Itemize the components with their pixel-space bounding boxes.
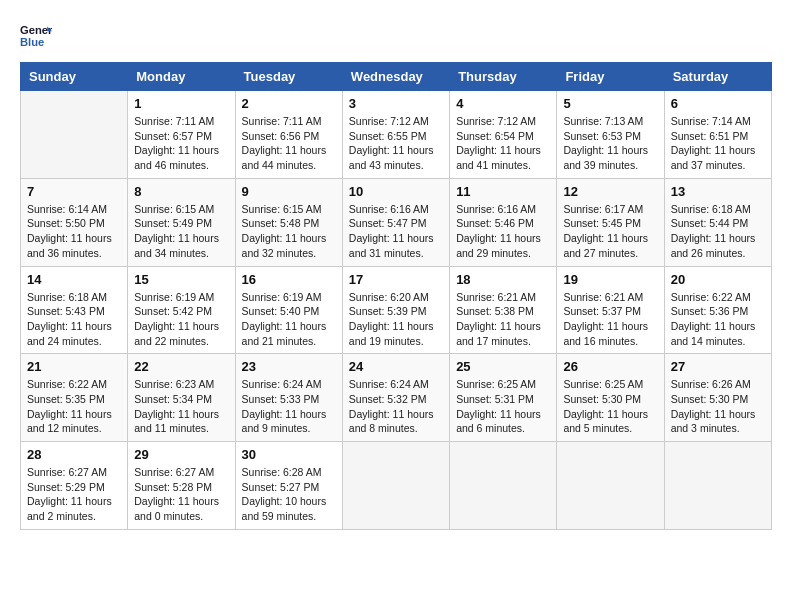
- day-info: Sunrise: 7:11 AM Sunset: 6:56 PM Dayligh…: [242, 114, 336, 173]
- day-info: Sunrise: 6:22 AM Sunset: 5:35 PM Dayligh…: [27, 377, 121, 436]
- calendar-cell: 27Sunrise: 6:26 AM Sunset: 5:30 PM Dayli…: [664, 354, 771, 442]
- calendar-cell: [21, 91, 128, 179]
- day-info: Sunrise: 6:26 AM Sunset: 5:30 PM Dayligh…: [671, 377, 765, 436]
- calendar-cell: 8Sunrise: 6:15 AM Sunset: 5:49 PM Daylig…: [128, 178, 235, 266]
- day-number: 24: [349, 359, 443, 374]
- day-info: Sunrise: 7:12 AM Sunset: 6:55 PM Dayligh…: [349, 114, 443, 173]
- day-info: Sunrise: 6:24 AM Sunset: 5:33 PM Dayligh…: [242, 377, 336, 436]
- calendar-cell: 5Sunrise: 7:13 AM Sunset: 6:53 PM Daylig…: [557, 91, 664, 179]
- calendar-cell: 19Sunrise: 6:21 AM Sunset: 5:37 PM Dayli…: [557, 266, 664, 354]
- day-number: 14: [27, 272, 121, 287]
- day-info: Sunrise: 6:28 AM Sunset: 5:27 PM Dayligh…: [242, 465, 336, 524]
- calendar-body: 1Sunrise: 7:11 AM Sunset: 6:57 PM Daylig…: [21, 91, 772, 530]
- calendar-cell: 17Sunrise: 6:20 AM Sunset: 5:39 PM Dayli…: [342, 266, 449, 354]
- day-info: Sunrise: 6:27 AM Sunset: 5:28 PM Dayligh…: [134, 465, 228, 524]
- day-info: Sunrise: 7:13 AM Sunset: 6:53 PM Dayligh…: [563, 114, 657, 173]
- day-of-week-header: Wednesday: [342, 63, 449, 91]
- calendar-cell: 1Sunrise: 7:11 AM Sunset: 6:57 PM Daylig…: [128, 91, 235, 179]
- day-of-week-header: Saturday: [664, 63, 771, 91]
- day-info: Sunrise: 6:19 AM Sunset: 5:42 PM Dayligh…: [134, 290, 228, 349]
- calendar-week-row: 28Sunrise: 6:27 AM Sunset: 5:29 PM Dayli…: [21, 442, 772, 530]
- day-number: 9: [242, 184, 336, 199]
- logo: General Blue: [20, 20, 56, 52]
- day-number: 22: [134, 359, 228, 374]
- day-info: Sunrise: 6:25 AM Sunset: 5:31 PM Dayligh…: [456, 377, 550, 436]
- day-of-week-header: Thursday: [450, 63, 557, 91]
- day-number: 18: [456, 272, 550, 287]
- day-number: 25: [456, 359, 550, 374]
- day-number: 29: [134, 447, 228, 462]
- day-number: 20: [671, 272, 765, 287]
- calendar-cell: [450, 442, 557, 530]
- day-number: 30: [242, 447, 336, 462]
- day-number: 26: [563, 359, 657, 374]
- day-of-week-header: Tuesday: [235, 63, 342, 91]
- day-info: Sunrise: 6:27 AM Sunset: 5:29 PM Dayligh…: [27, 465, 121, 524]
- calendar-cell: 29Sunrise: 6:27 AM Sunset: 5:28 PM Dayli…: [128, 442, 235, 530]
- day-number: 23: [242, 359, 336, 374]
- svg-text:Blue: Blue: [20, 36, 44, 48]
- day-info: Sunrise: 6:25 AM Sunset: 5:30 PM Dayligh…: [563, 377, 657, 436]
- day-info: Sunrise: 6:14 AM Sunset: 5:50 PM Dayligh…: [27, 202, 121, 261]
- day-number: 16: [242, 272, 336, 287]
- day-number: 3: [349, 96, 443, 111]
- calendar-cell: 7Sunrise: 6:14 AM Sunset: 5:50 PM Daylig…: [21, 178, 128, 266]
- day-number: 17: [349, 272, 443, 287]
- calendar-cell: 23Sunrise: 6:24 AM Sunset: 5:33 PM Dayli…: [235, 354, 342, 442]
- day-info: Sunrise: 6:21 AM Sunset: 5:38 PM Dayligh…: [456, 290, 550, 349]
- day-info: Sunrise: 6:21 AM Sunset: 5:37 PM Dayligh…: [563, 290, 657, 349]
- calendar-week-row: 14Sunrise: 6:18 AM Sunset: 5:43 PM Dayli…: [21, 266, 772, 354]
- logo-icon: General Blue: [20, 20, 52, 52]
- calendar-cell: 9Sunrise: 6:15 AM Sunset: 5:48 PM Daylig…: [235, 178, 342, 266]
- day-info: Sunrise: 6:18 AM Sunset: 5:44 PM Dayligh…: [671, 202, 765, 261]
- day-info: Sunrise: 7:12 AM Sunset: 6:54 PM Dayligh…: [456, 114, 550, 173]
- calendar-cell: 18Sunrise: 6:21 AM Sunset: 5:38 PM Dayli…: [450, 266, 557, 354]
- calendar-week-row: 7Sunrise: 6:14 AM Sunset: 5:50 PM Daylig…: [21, 178, 772, 266]
- day-number: 11: [456, 184, 550, 199]
- day-number: 10: [349, 184, 443, 199]
- day-of-week-header: Sunday: [21, 63, 128, 91]
- day-number: 13: [671, 184, 765, 199]
- day-number: 27: [671, 359, 765, 374]
- calendar-cell: 14Sunrise: 6:18 AM Sunset: 5:43 PM Dayli…: [21, 266, 128, 354]
- day-number: 5: [563, 96, 657, 111]
- day-info: Sunrise: 6:20 AM Sunset: 5:39 PM Dayligh…: [349, 290, 443, 349]
- day-number: 1: [134, 96, 228, 111]
- calendar-cell: 2Sunrise: 7:11 AM Sunset: 6:56 PM Daylig…: [235, 91, 342, 179]
- calendar-cell: [664, 442, 771, 530]
- calendar-cell: 13Sunrise: 6:18 AM Sunset: 5:44 PM Dayli…: [664, 178, 771, 266]
- day-of-week-header: Friday: [557, 63, 664, 91]
- calendar-cell: 21Sunrise: 6:22 AM Sunset: 5:35 PM Dayli…: [21, 354, 128, 442]
- day-info: Sunrise: 6:22 AM Sunset: 5:36 PM Dayligh…: [671, 290, 765, 349]
- calendar-cell: [342, 442, 449, 530]
- calendar-cell: 11Sunrise: 6:16 AM Sunset: 5:46 PM Dayli…: [450, 178, 557, 266]
- day-number: 6: [671, 96, 765, 111]
- calendar-cell: [557, 442, 664, 530]
- day-number: 2: [242, 96, 336, 111]
- day-info: Sunrise: 6:15 AM Sunset: 5:49 PM Dayligh…: [134, 202, 228, 261]
- day-info: Sunrise: 6:18 AM Sunset: 5:43 PM Dayligh…: [27, 290, 121, 349]
- day-info: Sunrise: 6:17 AM Sunset: 5:45 PM Dayligh…: [563, 202, 657, 261]
- calendar-header-row: SundayMondayTuesdayWednesdayThursdayFrid…: [21, 63, 772, 91]
- page-header: General Blue: [20, 20, 772, 52]
- day-number: 15: [134, 272, 228, 287]
- day-number: 8: [134, 184, 228, 199]
- day-info: Sunrise: 6:15 AM Sunset: 5:48 PM Dayligh…: [242, 202, 336, 261]
- day-info: Sunrise: 6:16 AM Sunset: 5:47 PM Dayligh…: [349, 202, 443, 261]
- day-of-week-header: Monday: [128, 63, 235, 91]
- day-info: Sunrise: 7:11 AM Sunset: 6:57 PM Dayligh…: [134, 114, 228, 173]
- calendar-cell: 4Sunrise: 7:12 AM Sunset: 6:54 PM Daylig…: [450, 91, 557, 179]
- day-number: 7: [27, 184, 121, 199]
- calendar-cell: 22Sunrise: 6:23 AM Sunset: 5:34 PM Dayli…: [128, 354, 235, 442]
- calendar-cell: 24Sunrise: 6:24 AM Sunset: 5:32 PM Dayli…: [342, 354, 449, 442]
- calendar-cell: 6Sunrise: 7:14 AM Sunset: 6:51 PM Daylig…: [664, 91, 771, 179]
- day-number: 12: [563, 184, 657, 199]
- calendar-cell: 15Sunrise: 6:19 AM Sunset: 5:42 PM Dayli…: [128, 266, 235, 354]
- day-info: Sunrise: 6:19 AM Sunset: 5:40 PM Dayligh…: [242, 290, 336, 349]
- calendar-cell: 3Sunrise: 7:12 AM Sunset: 6:55 PM Daylig…: [342, 91, 449, 179]
- day-number: 28: [27, 447, 121, 462]
- calendar-cell: 16Sunrise: 6:19 AM Sunset: 5:40 PM Dayli…: [235, 266, 342, 354]
- day-number: 4: [456, 96, 550, 111]
- calendar-cell: 12Sunrise: 6:17 AM Sunset: 5:45 PM Dayli…: [557, 178, 664, 266]
- day-info: Sunrise: 6:16 AM Sunset: 5:46 PM Dayligh…: [456, 202, 550, 261]
